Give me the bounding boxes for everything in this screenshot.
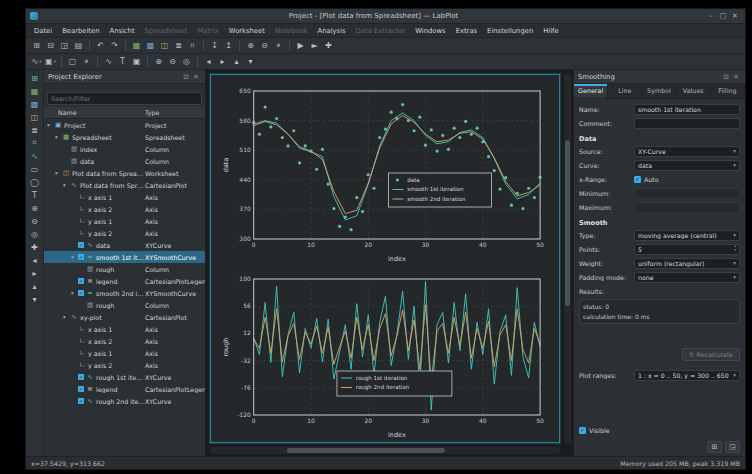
new-shape-icon[interactable]: ◯ <box>28 176 41 188</box>
plot-area-rough[interactable]: 01020304050-120-76-321256100indexroughro… <box>220 271 550 441</box>
tree-column-headers[interactable]: Name Type <box>44 107 205 119</box>
new-legend-icon[interactable]: ▭ <box>28 163 41 175</box>
float-panel-icon[interactable]: ⊡ <box>721 73 731 81</box>
spinbox-arrows-icon[interactable]: ▴▾ <box>734 245 736 253</box>
new-matrix-icon[interactable]: ▩ <box>28 98 41 110</box>
zoom-fit-icon[interactable]: ⌖ <box>272 39 285 52</box>
zoom-in-icon[interactable]: ⊕ <box>244 39 257 52</box>
shift-up-icon[interactable]: ▴ <box>28 280 41 292</box>
shift-down-icon[interactable]: ▾ <box>244 55 257 68</box>
tree-row[interactable]: ▥dataColumn <box>44 155 205 167</box>
tree-row[interactable]: ∟y axis 2Axis <box>44 227 205 239</box>
new-folder-icon[interactable]: ⊞ <box>28 72 41 84</box>
zoom-in-icon[interactable]: ⊕ <box>152 55 165 68</box>
name-field[interactable]: smooth 1st iteration <box>634 104 740 115</box>
tree-row[interactable]: ✓≣legendCartesianPlotLegend <box>44 275 205 287</box>
tab-general[interactable]: General <box>574 84 608 98</box>
shift-right-icon[interactable]: ▸ <box>216 55 229 68</box>
tree-row[interactable]: ▾▣ProjectProject <box>44 119 205 131</box>
padding-mode-select[interactable]: none▾ <box>634 272 740 283</box>
tree-row[interactable]: ∟x axis 1Axis <box>44 323 205 335</box>
zoom-out-icon[interactable]: ⊖ <box>166 55 179 68</box>
menu-bearbeiten[interactable]: Bearbeiten <box>57 27 104 35</box>
source-select[interactable]: XY-Curve▾ <box>634 146 740 157</box>
tree-row[interactable]: ∟y axis 2Axis <box>44 359 205 371</box>
shift-up-icon[interactable]: ▴ <box>230 55 243 68</box>
zoom-in-icon[interactable]: ⊕ <box>28 202 41 214</box>
add-object-combo-icon[interactable]: ▣▾ <box>44 55 57 68</box>
close-panel-icon[interactable]: ✕ <box>191 73 201 81</box>
comment-field[interactable] <box>634 118 740 129</box>
save-template-icon[interactable]: ◲ <box>725 441 740 453</box>
horizontal-scrollbar[interactable] <box>210 447 560 454</box>
vertical-scrollbar-thumb[interactable] <box>565 140 570 306</box>
tree-row[interactable]: ▾◫Plot data from SpreadsheetWorksheet <box>44 167 205 179</box>
shift-left-icon[interactable]: ◂ <box>202 55 215 68</box>
add-image-icon[interactable]: ▣ <box>130 55 143 68</box>
tree-row[interactable]: ✓∿rough 1st iterationXYCurve <box>44 371 205 383</box>
visibility-checkbox[interactable]: ✓ <box>78 242 84 248</box>
open-project-icon[interactable]: ⊟ <box>44 39 57 52</box>
undo-icon[interactable]: ↶ <box>94 39 107 52</box>
tree-row[interactable]: ▾✓≈smooth 1st iterationXYSmoothCurve <box>44 251 205 263</box>
new-notebook-icon[interactable]: ≣ <box>28 124 41 136</box>
visibility-checkbox[interactable]: ✓ <box>78 278 84 284</box>
pointer-icon[interactable]: ► <box>308 39 321 52</box>
tab-values[interactable]: Values <box>677 84 711 98</box>
tree-row[interactable]: ✓≣legendCartesianPlotLegend <box>44 383 205 395</box>
worksheet-view[interactable]: 01020304050300370440510580650indexdatada… <box>206 70 573 456</box>
tab-line[interactable]: Line <box>608 84 642 98</box>
menu-datei[interactable]: Datei <box>29 27 57 35</box>
new-worksheet-icon[interactable]: ◫ <box>158 39 171 52</box>
zoom-fit-icon[interactable]: ◎ <box>28 228 41 240</box>
new-spreadsheet-icon[interactable]: ▦ <box>130 39 143 52</box>
tree-row[interactable]: ∟y axis 1Axis <box>44 215 205 227</box>
zoom-out-icon[interactable]: ⊖ <box>258 39 271 52</box>
shift-right-icon[interactable]: ▸ <box>28 267 41 279</box>
expander-icon[interactable]: ▾ <box>63 314 70 320</box>
menu-analysis[interactable]: Analysis <box>313 27 351 35</box>
add-plot-combo-icon[interactable]: ∿▾ <box>30 55 43 68</box>
weight-select[interactable]: uniform (rectangular)▾ <box>634 258 740 269</box>
load-template-icon[interactable]: ⊞ <box>707 441 722 453</box>
tree-row[interactable]: ▥roughColumn <box>44 263 205 275</box>
import-icon[interactable]: ↧ <box>208 39 221 52</box>
print-icon[interactable]: ▤ <box>72 39 85 52</box>
add-curve-icon[interactable]: ∿ <box>102 55 115 68</box>
type-select[interactable]: moving average (central)▾ <box>634 230 740 241</box>
visibility-checkbox[interactable]: ✓ <box>78 398 84 404</box>
menu-windows[interactable]: Windows <box>410 27 450 35</box>
visibility-checkbox[interactable]: ✓ <box>78 386 84 392</box>
chart-canvas-top[interactable]: 01020304050300370440510580650indexdatada… <box>220 83 550 265</box>
vertical-scrollbar[interactable] <box>564 74 571 443</box>
save-project-icon[interactable]: ◲ <box>58 39 71 52</box>
close-icon[interactable]: ✕ <box>729 12 741 20</box>
menu-worksheet[interactable]: Worksheet <box>224 27 270 35</box>
expander-icon[interactable]: ▾ <box>55 134 62 140</box>
redo-icon[interactable]: ↷ <box>108 39 121 52</box>
tree-row[interactable]: ✓∿dataXYCurve <box>44 239 205 251</box>
maximize-icon[interactable]: □ <box>717 12 729 20</box>
new-project-icon[interactable]: ⊞ <box>30 39 43 52</box>
new-worksheet-icon[interactable]: ◫ <box>28 111 41 123</box>
search-input[interactable] <box>47 92 202 105</box>
tree-row[interactable]: ▾✓≈smooth 2nd iterationXYSmoothCurve <box>44 287 205 299</box>
zoom-fit-icon[interactable]: ◎ <box>180 55 193 68</box>
float-panel-icon[interactable]: ⊡ <box>181 73 191 81</box>
select-mode-icon[interactable]: ▢ <box>66 55 79 68</box>
worksheet-page[interactable]: 01020304050300370440510580650indexdatada… <box>210 74 560 443</box>
auto-range-checkbox[interactable]: ✓ Auto <box>634 176 659 183</box>
new-matrix-icon[interactable]: ▩ <box>144 39 157 52</box>
column-header-type[interactable]: Type <box>145 109 205 116</box>
navigate-icon[interactable]: ✚ <box>28 241 41 253</box>
new-datapicker-icon[interactable]: ⌗ <box>186 39 199 52</box>
tab-filling[interactable]: Filling <box>711 84 745 98</box>
chart-canvas-bottom[interactable]: 01020304050-120-76-321256100indexroughro… <box>220 271 550 441</box>
menu-hilfe[interactable]: Hilfe <box>538 27 563 35</box>
minimize-icon[interactable]: – <box>705 12 717 20</box>
new-text-icon[interactable]: T <box>28 189 41 201</box>
expander-icon[interactable]: ▾ <box>63 182 70 188</box>
new-spreadsheet-icon[interactable]: ▦ <box>28 85 41 97</box>
tree-row[interactable]: ∟y axis 1Axis <box>44 347 205 359</box>
shift-down-icon[interactable]: ▾ <box>28 293 41 305</box>
